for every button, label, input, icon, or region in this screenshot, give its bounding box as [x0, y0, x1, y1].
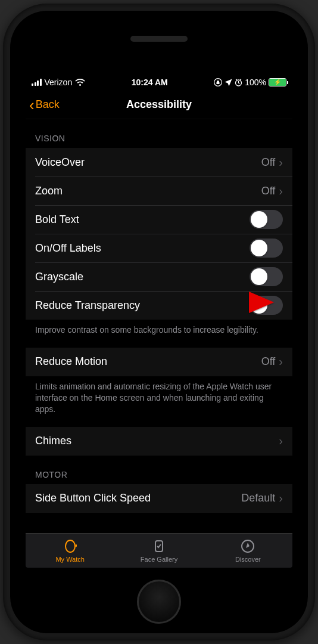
toggle-onoff-labels[interactable]: [250, 239, 283, 258]
row-voiceover[interactable]: VoiceOver Off ›: [26, 148, 292, 177]
face-gallery-icon: [151, 538, 167, 554]
tab-label: My Watch: [55, 556, 85, 563]
wifi-icon: [75, 79, 85, 86]
orientation-lock-icon: [214, 78, 222, 86]
watch-icon: [63, 538, 78, 554]
chevron-right-icon: ›: [279, 184, 283, 198]
row-zoom[interactable]: Zoom Off ›: [26, 177, 292, 205]
section-header-motor: MOTOR: [26, 456, 292, 484]
row-reduce-motion[interactable]: Reduce Motion Off ›: [26, 348, 292, 376]
row-label: Zoom: [35, 185, 261, 197]
status-bar: Verizon 10:24 AM 100% ⚡: [26, 74, 292, 91]
row-value: Off: [261, 355, 276, 368]
alarm-icon: [235, 79, 242, 86]
clock: 10:24 AM: [132, 78, 168, 87]
chevron-right-icon: ›: [279, 434, 283, 448]
back-label: Back: [36, 98, 60, 111]
row-label: VoiceOver: [35, 156, 261, 169]
phone-frame: Verizon 10:24 AM 100% ⚡ ‹: [3, 4, 315, 640]
section-footer-vision: Improve contrast on some backgrounds to …: [26, 320, 292, 348]
row-label: Bold Text: [35, 213, 250, 226]
row-grayscale[interactable]: Grayscale: [26, 262, 292, 291]
home-button[interactable]: [137, 580, 181, 624]
row-value: Off: [261, 156, 276, 169]
row-onoff-labels[interactable]: On/Off Labels: [26, 234, 292, 262]
svg-rect-3: [76, 544, 77, 547]
chevron-right-icon: ›: [279, 156, 283, 169]
row-value: Off: [261, 185, 276, 197]
row-label: Reduce Transparency: [35, 299, 250, 312]
chevron-left-icon: ‹: [29, 97, 35, 113]
page-title: Accessibility: [126, 98, 192, 111]
phone-bezel: Verizon 10:24 AM 100% ⚡ ‹: [10, 11, 308, 633]
chevron-right-icon: ›: [279, 491, 283, 505]
row-label: Chimes: [35, 435, 279, 447]
row-label: Side Button Click Speed: [35, 492, 241, 504]
section-footer-motion: Limits animation and automatic resizing …: [26, 376, 292, 427]
row-value: Default: [241, 492, 275, 504]
svg-point-2: [66, 540, 75, 552]
toggle-bold-text[interactable]: [250, 210, 283, 229]
tab-label: Discover: [235, 556, 261, 563]
location-icon: [225, 79, 232, 86]
toggle-reduce-transparency[interactable]: [250, 296, 283, 315]
phone-speaker: [130, 36, 188, 42]
chevron-right-icon: ›: [279, 355, 283, 369]
compass-icon: [240, 538, 255, 554]
row-label: On/Off Labels: [35, 242, 250, 255]
tab-label: Face Gallery: [141, 556, 177, 563]
tab-bar: My Watch Face Gallery Discover: [26, 533, 292, 568]
row-label: Grayscale: [35, 271, 250, 283]
battery-icon: ⚡: [269, 78, 286, 86]
section-header-vision: VISION: [26, 119, 292, 148]
tab-face-gallery[interactable]: Face Gallery: [114, 534, 203, 568]
screen: Verizon 10:24 AM 100% ⚡ ‹: [26, 74, 292, 568]
row-reduce-transparency[interactable]: Reduce Transparency: [26, 291, 292, 320]
row-chimes[interactable]: Chimes ›: [26, 427, 292, 456]
carrier-label: Verizon: [45, 78, 73, 87]
signal-icon: [32, 79, 42, 86]
nav-bar: ‹ Back Accessibility: [26, 91, 292, 119]
toggle-grayscale[interactable]: [250, 267, 283, 286]
back-button[interactable]: ‹ Back: [29, 97, 60, 113]
row-bold-text[interactable]: Bold Text: [26, 205, 292, 234]
row-label: Reduce Motion: [35, 355, 261, 368]
battery-percent: 100%: [245, 78, 266, 87]
tab-my-watch[interactable]: My Watch: [26, 534, 114, 568]
settings-list[interactable]: VISION VoiceOver Off › Zoom Off › Bold T…: [26, 119, 292, 533]
tab-discover[interactable]: Discover: [204, 534, 292, 568]
row-side-button-speed[interactable]: Side Button Click Speed Default ›: [26, 484, 292, 513]
